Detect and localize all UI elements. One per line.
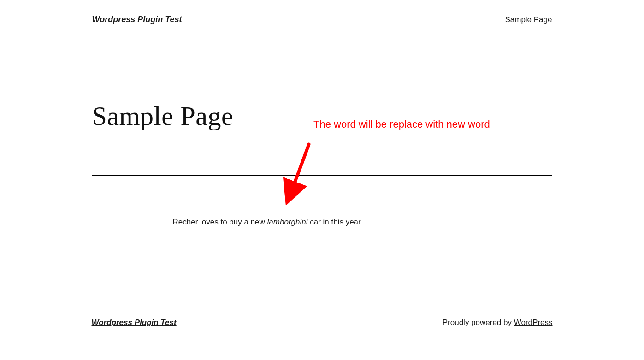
nav-sample-page[interactable]: Sample Page: [505, 15, 552, 24]
sample-paragraph: Recher loves to buy a new lamborghini ca…: [173, 218, 552, 227]
footer-powered-by: Proudly powered by WordPress: [443, 318, 553, 327]
annotation-label: The word will be replace with new word: [313, 118, 490, 130]
site-title-link[interactable]: Wordpress Plugin Test: [92, 15, 182, 24]
site-header: Wordpress Plugin Test Sample Page: [92, 0, 552, 34]
footer-powered-text: Proudly powered by: [443, 318, 514, 327]
divider: [92, 175, 552, 176]
paragraph-text-before: Recher loves to buy a new: [173, 218, 267, 226]
page-content: Recher loves to buy a new lamborghini ca…: [92, 218, 552, 227]
replaced-word: lamborghini: [267, 218, 308, 226]
paragraph-text-after: car in this year..: [307, 218, 365, 226]
site-footer: Wordpress Plugin Test Proudly powered by…: [0, 318, 644, 327]
footer-wordpress-link[interactable]: WordPress: [514, 318, 553, 327]
footer-site-title-link[interactable]: Wordpress Plugin Test: [92, 318, 177, 327]
